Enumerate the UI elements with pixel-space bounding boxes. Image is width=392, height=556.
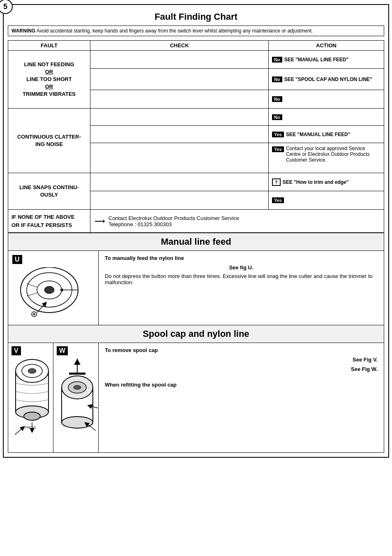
- action-text-2-2: SEE "MANUAL LINE FEED": [286, 132, 350, 137]
- manual-instruction-bold: To manually feed the nylon line: [105, 255, 184, 261]
- svg-line-33: [90, 406, 98, 408]
- header-action: ACTION: [269, 41, 384, 50]
- svg-line-5: [27, 293, 37, 296]
- svg-point-8: [33, 313, 35, 315]
- action-col-3: ? SEE "How to trim and edge" Yes: [269, 173, 384, 209]
- action-col-2: No Yes SEE "MANUAL LINE FEED" Yes Contac…: [269, 109, 384, 173]
- fault-section-1: LINE NOT FEEDINGORLINE TOO SHORTORTRIMME…: [8, 51, 384, 109]
- if-none-action-text: Contact Electrolux Outdoor Products Cust…: [108, 215, 239, 227]
- if-none-action-col: ⟶ Contact Electrolux Outdoor Products Cu…: [90, 210, 384, 232]
- manual-fig-u: U: [8, 251, 99, 325]
- check-row-2-2: [90, 126, 268, 143]
- action-row-1-1: No SEE "MANUAL LINE FEED": [269, 51, 384, 69]
- action-row-1-3: No: [269, 90, 384, 108]
- warning-text: Avoid accidental starting, keep hands an…: [37, 28, 313, 34]
- fault-col-3: LINE SNAPS CONTINU-OUSLY: [8, 173, 90, 209]
- header-fault: FAULT: [8, 41, 90, 50]
- check-col-3: [90, 173, 269, 209]
- warning-box: WARNING Avoid accidental starting, keep …: [8, 25, 384, 36]
- fig-w-label: W: [57, 346, 68, 355]
- fault-label-3: LINE SNAPS CONTINU-OUSLY: [19, 184, 79, 199]
- action-text-1-2: SEE "SPOOL CAP AND NYLON LINE": [284, 76, 372, 82]
- action-text-1-1: SEE "MANUAL LINE FEED": [284, 57, 349, 63]
- manual-line-feed-title: Manual line feed: [8, 233, 384, 251]
- fig-v-label: V: [12, 346, 21, 355]
- svg-marker-24: [74, 359, 81, 365]
- fault-section-3: LINE SNAPS CONTINU-OUSLY ? SEE "How to t…: [8, 173, 384, 210]
- fault-section-2: CONTINUOUS CLATTER-ING NOISE: [8, 109, 384, 173]
- action-row-2-3: Yes Contact your local approved Service …: [269, 143, 384, 173]
- if-none-fault-col: IF NONE OF THE ABOVE OR IF FAULT PERSIST…: [8, 210, 90, 232]
- fig-w-diagram: [57, 359, 98, 449]
- badge-no-2: No: [272, 76, 282, 82]
- check-row-2-1: [90, 109, 268, 126]
- check-col-1: [90, 51, 269, 108]
- check-col-2: [90, 109, 269, 173]
- check-row-1-2: [90, 69, 268, 90]
- badge-yes-1: Yes: [272, 132, 284, 137]
- check-row-2-3: [90, 143, 268, 173]
- table-header: FAULT CHECK ACTION: [8, 41, 384, 51]
- spool-fig-w: W: [53, 343, 99, 452]
- spool-see-fig-v: See Fig V.: [105, 357, 378, 363]
- page-container: 5 Fault Finding Chart WARNING Avoid acci…: [3, 4, 389, 458]
- header-check: CHECK: [90, 41, 269, 50]
- badge-yes-2: Yes: [272, 146, 284, 152]
- action-text-3-1: SEE "How to trim and edge": [283, 179, 349, 185]
- badge-question-1: ?: [272, 178, 281, 186]
- manual-text: To manually feed the nylon line See fig …: [99, 251, 384, 325]
- main-title: Fault Finding Chart: [8, 9, 384, 25]
- spool-text: To remove spool cap See Fig V. See Fig W…: [99, 343, 384, 452]
- fault-col-1: LINE NOT FEEDINGORLINE TOO SHORTORTRIMME…: [8, 51, 90, 108]
- action-row-2-1: No: [269, 109, 384, 126]
- if-none-fault-label: IF NONE OF THE ABOVE OR IF FAULT PERSIST…: [12, 213, 87, 229]
- action-row-3-1: ? SEE "How to trim and edge": [269, 173, 384, 191]
- spool-instruction2: When refitting the spool cap: [105, 382, 177, 388]
- spool-cap-title: Spool cap and nylon line: [8, 325, 384, 343]
- spool-see-fig-w: See Fig W.: [105, 366, 378, 372]
- svg-point-14: [28, 368, 36, 373]
- if-none-arrow-icon: ⟶: [95, 217, 105, 226]
- check-row-1-1: [90, 51, 268, 69]
- spool-instruction1: To remove spool cap: [105, 347, 158, 353]
- fig-v-diagram: PRESS: [12, 359, 53, 441]
- action-col-1: No SEE "MANUAL LINE FEED" No SEE "SPOOL …: [269, 51, 384, 108]
- fault-col-2: CONTINUOUS CLATTER-ING NOISE: [8, 109, 90, 173]
- manual-line-feed-section: U: [8, 251, 384, 325]
- svg-line-4: [27, 284, 37, 287]
- badge-yes-3: Yes: [272, 197, 284, 203]
- manual-see-fig: See fig U.: [105, 264, 378, 271]
- badge-no-1: No: [272, 57, 282, 63]
- spool-cap-section: V PRESS: [8, 343, 384, 453]
- manual-main-text: Do not depress the button more than thre…: [105, 273, 378, 285]
- action-row-1-2: No SEE "SPOOL CAP AND NYLON LINE": [269, 69, 384, 90]
- svg-point-3: [44, 286, 54, 294]
- fig-u-diagram: [12, 267, 90, 321]
- fig-u-label: U: [12, 255, 22, 264]
- check-row-3-2: [90, 191, 268, 209]
- fault-table: FAULT CHECK ACTION LINE NOT FEEDINGORLIN…: [8, 40, 384, 233]
- badge-no-4: No: [272, 114, 282, 120]
- fault-label-1: LINE NOT FEEDINGORLINE TOO SHORTORTRIMME…: [23, 61, 76, 98]
- spool-fig-v: V PRESS: [8, 343, 53, 452]
- warning-label: WARNING: [12, 28, 35, 34]
- if-none-section: IF NONE OF THE ABOVE OR IF FAULT PERSIST…: [8, 210, 384, 233]
- svg-text:PRESS: PRESS: [25, 426, 36, 429]
- action-row-3-2: Yes: [269, 191, 384, 209]
- svg-marker-10: [60, 288, 63, 292]
- check-row-1-3: [90, 90, 268, 108]
- action-row-2-2: Yes SEE "MANUAL LINE FEED": [269, 126, 384, 143]
- fault-label-2: CONTINUOUS CLATTER-ING NOISE: [17, 133, 81, 148]
- check-row-3-1: [90, 173, 268, 191]
- badge-no-3: No: [272, 96, 282, 102]
- action-text-2-3: Contact your local approved Service Cent…: [286, 146, 380, 163]
- svg-point-32: [62, 417, 93, 428]
- svg-line-21: [15, 428, 23, 435]
- svg-point-18: [24, 412, 40, 420]
- svg-point-29: [74, 385, 81, 389]
- svg-rect-26: [69, 373, 85, 375]
